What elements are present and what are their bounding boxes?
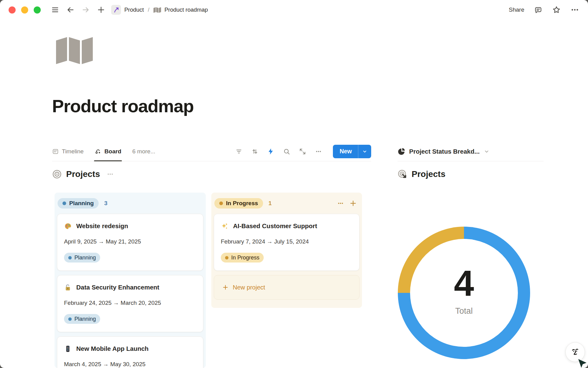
status-dot (219, 201, 223, 205)
lock-emoji-icon (64, 284, 72, 291)
tab-timeline-label: Timeline (62, 148, 84, 155)
new-button-label[interactable]: New (333, 145, 358, 158)
topbar-actions: Share (509, 5, 579, 14)
mobile-phone-emoji-icon (64, 345, 72, 353)
filter-icon[interactable] (234, 147, 243, 156)
board-column-planning: Planning 3 Website redesign April 9, 202… (55, 193, 206, 368)
card-dates: March 4, 2025 → May 30, 2025 (64, 361, 196, 368)
forward-arrow-icon[interactable] (81, 5, 91, 15)
column-add-plus-icon[interactable] (349, 199, 357, 207)
project-card[interactable]: Website redesign April 9, 2025 → May 21,… (57, 214, 203, 271)
new-project-button[interactable]: New project (214, 275, 360, 300)
share-button[interactable]: Share (509, 6, 524, 13)
mouse-cursor (577, 358, 587, 368)
new-project-label: New project (233, 284, 265, 291)
traffic-lights (9, 6, 41, 13)
app-window: Product / Product roadmap Share Product … (0, 0, 588, 368)
tab-more-views[interactable]: 6 more... (132, 142, 155, 161)
card-title: New Mobile App Launch (76, 344, 149, 353)
page-map-icon[interactable] (56, 36, 93, 64)
status-dot (68, 256, 72, 259)
new-button[interactable]: New (333, 145, 371, 158)
palette-emoji-icon (64, 222, 72, 230)
card-dates: February 24, 2025 → March 20, 2025 (64, 299, 196, 307)
status-dot (62, 201, 66, 205)
chart-section-title[interactable]: Projects (412, 169, 446, 179)
automations-lightning-icon[interactable] (266, 147, 275, 156)
breadcrumb-workspace[interactable]: Product (124, 6, 144, 13)
linked-target-icon (398, 169, 407, 179)
status-dot (68, 317, 72, 321)
board-section-title[interactable]: Projects (66, 169, 100, 179)
target-icon (52, 169, 62, 179)
back-arrow-icon[interactable] (65, 5, 76, 15)
close-window-button[interactable] (9, 6, 16, 13)
column-options-dots-icon[interactable] (337, 200, 344, 207)
favorite-star-icon[interactable] (552, 5, 561, 14)
chart-panel-title[interactable]: Project Status Breakd... (409, 148, 480, 155)
card-list-planning: Website redesign April 9, 2025 → May 21,… (55, 210, 206, 368)
minimize-window-button[interactable] (21, 6, 28, 13)
plus-icon (222, 284, 229, 291)
donut-total-value: 4 (454, 265, 474, 301)
project-card[interactable]: AI-Based Customer Support February 7, 20… (214, 214, 360, 271)
card-title: AI-Based Customer Support (233, 221, 317, 231)
section-options-dots-icon[interactable] (106, 170, 114, 178)
sparkles-emoji-icon (221, 222, 228, 230)
timeline-view-icon (52, 148, 59, 155)
comments-icon[interactable] (533, 5, 543, 14)
breadcrumb-page[interactable]: Product roadmap (164, 6, 208, 13)
status-dot (225, 256, 228, 259)
donut-center-labels: 4 Total (398, 224, 530, 357)
page-title: Product roadmap (52, 96, 194, 116)
status-badge-planning: Planning (58, 198, 99, 209)
breadcrumb: Product / Product roadmap (111, 5, 208, 15)
status-label: In Progress (226, 200, 258, 207)
board-section-header: Projects (52, 169, 114, 179)
sort-icon[interactable] (250, 147, 259, 156)
search-icon[interactable] (282, 147, 291, 156)
pie-chart-icon (398, 148, 405, 155)
card-dates: February 7, 2024 → July 15, 2024 (221, 238, 352, 245)
chart-section-header: Projects (398, 169, 446, 179)
tab-more-label: 6 more... (132, 148, 155, 155)
card-status-tag: In Progress (221, 253, 264, 263)
sidebar-menu-icon[interactable] (50, 5, 60, 15)
board-view-icon (95, 148, 101, 155)
view-options-dots-icon[interactable] (314, 147, 323, 156)
column-count: 3 (104, 200, 107, 207)
view-tab-bar: Timeline Board 6 more... (52, 142, 371, 161)
column-header-in-progress[interactable]: In Progress 1 (211, 193, 362, 210)
zoom-window-button[interactable] (34, 6, 41, 13)
card-status-tag: Planning (64, 253, 100, 263)
map-icon (153, 7, 161, 13)
column-header-planning[interactable]: Planning 3 (55, 193, 206, 210)
card-title: Website redesign (76, 221, 128, 231)
tab-board[interactable]: Board (95, 142, 121, 161)
card-title: Data Security Enhancement (76, 283, 159, 292)
workspace-rocket-icon[interactable] (111, 5, 121, 15)
chart-panel-header[interactable]: Project Status Breakd... (398, 142, 544, 161)
tab-board-label: Board (104, 148, 121, 155)
status-badge-in-progress: In Progress (214, 198, 263, 209)
window-topbar: Product / Product roadmap Share (0, 0, 588, 20)
board-column-in-progress: In Progress 1 AI-Based Customer Support (211, 193, 362, 308)
project-card[interactable]: Data Security Enhancement February 24, 2… (57, 275, 203, 332)
card-dates: April 9, 2025 → May 21, 2025 (64, 238, 196, 245)
card-status-tag: Planning (64, 314, 100, 324)
project-card[interactable]: New Mobile App Launch March 4, 2025 → Ma… (57, 336, 203, 368)
status-label: Planning (69, 200, 94, 207)
donut-total-caption: Total (455, 306, 473, 316)
new-page-plus-icon[interactable] (96, 5, 106, 15)
chevron-down-icon[interactable] (484, 148, 490, 155)
more-options-icon[interactable] (570, 5, 579, 14)
expand-icon[interactable] (298, 147, 307, 156)
column-count: 1 (269, 200, 272, 207)
view-toolbar: New (234, 145, 371, 158)
breadcrumb-separator: / (147, 6, 150, 13)
card-list-in-progress: AI-Based Customer Support February 7, 20… (211, 210, 362, 271)
new-button-dropdown[interactable] (358, 145, 371, 158)
tab-timeline[interactable]: Timeline (52, 142, 84, 161)
